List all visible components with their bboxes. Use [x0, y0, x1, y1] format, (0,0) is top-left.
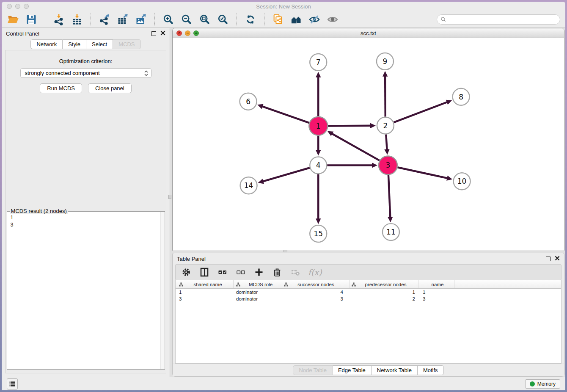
open-session-icon[interactable]: [7, 13, 19, 26]
graph-node-label: 2: [383, 121, 388, 130]
graph-node-15[interactable]: 15: [310, 225, 327, 242]
cell-shared-name[interactable]: 1: [176, 290, 234, 295]
memory-button-label: Memory: [537, 381, 556, 387]
graph-node-14[interactable]: 14: [240, 177, 257, 194]
graph-edge-3-10[interactable]: [397, 167, 452, 180]
graph-node-10[interactable]: 10: [454, 173, 471, 190]
close-panel-button[interactable]: Close panel: [88, 83, 132, 93]
cell-mcds-role[interactable]: dominator: [234, 296, 282, 301]
close-panel-icon[interactable]: [160, 30, 165, 37]
column-header-mcds-role[interactable]: MCDS role: [234, 280, 282, 288]
graph-node-11[interactable]: 11: [383, 224, 399, 240]
show-columns-icon[interactable]: [199, 267, 210, 278]
tab-mcds[interactable]: MCDS: [113, 39, 140, 49]
graph-edge-1-7[interactable]: [316, 72, 321, 116]
graph-node-7[interactable]: 7: [310, 54, 327, 71]
table-row[interactable]: 3 dominator 3 2 3: [176, 295, 561, 302]
graph-edge-1-6[interactable]: [257, 104, 309, 123]
cell-predecessor-nodes[interactable]: 2: [350, 296, 418, 301]
graph-node-8[interactable]: 8: [453, 88, 470, 105]
search-input[interactable]: [448, 17, 556, 22]
refresh-icon[interactable]: [244, 13, 257, 26]
criterion-select[interactable]: strongly connected component: [20, 68, 151, 78]
splitter-handle[interactable]: [284, 250, 287, 252]
graph-edge-2-8[interactable]: [394, 100, 452, 122]
hide-selected-icon[interactable]: [308, 13, 321, 26]
export-network-icon[interactable]: [98, 13, 111, 26]
graph-node-6[interactable]: 6: [240, 93, 257, 110]
float-panel-icon[interactable]: [151, 31, 156, 36]
cell-successor-nodes[interactable]: 3: [282, 296, 350, 301]
select-all-rows-icon[interactable]: [217, 267, 228, 278]
cell-shared-name[interactable]: 3: [176, 296, 234, 301]
tab-network-table[interactable]: Network Table: [372, 365, 418, 375]
task-history-button[interactable]: [7, 378, 18, 389]
function-builder-icon-disabled: f(x): [308, 268, 322, 277]
cell-predecessor-nodes[interactable]: 1: [350, 290, 418, 295]
cell-name[interactable]: 1: [418, 290, 454, 295]
column-header-shared-name[interactable]: shared name: [176, 280, 234, 288]
zoom-in-icon[interactable]: [162, 13, 175, 26]
export-table-icon[interactable]: [116, 13, 129, 26]
tab-style[interactable]: Style: [63, 39, 86, 49]
graph-node-2[interactable]: 2: [377, 117, 394, 134]
search-field[interactable]: [437, 14, 560, 25]
export-image-icon[interactable]: [135, 13, 147, 26]
zoom-fit-icon[interactable]: [198, 13, 211, 26]
show-all-icon[interactable]: [326, 13, 339, 26]
result-scrollbar[interactable]: [160, 212, 164, 369]
graph-edge-1-2[interactable]: [328, 123, 376, 128]
graph-node-label: 8: [459, 93, 463, 101]
add-column-icon[interactable]: [253, 267, 264, 278]
graph-edge-4-3[interactable]: [327, 163, 377, 168]
float-table-panel-icon[interactable]: [546, 257, 550, 261]
delete-column-trash-icon[interactable]: [272, 267, 283, 278]
tab-node-table[interactable]: Node Table: [293, 365, 333, 375]
graph-edge-4-14[interactable]: [258, 168, 310, 184]
graph-node-9[interactable]: 9: [377, 53, 394, 70]
network-window-title: scc.txt: [173, 30, 564, 36]
table-row[interactable]: 1 dominator 4 1 1: [176, 289, 561, 295]
zoom-out-icon[interactable]: [180, 13, 193, 26]
network-window-titlebar[interactable]: scc.txt: [173, 28, 564, 38]
graph-edge-1-4[interactable]: [316, 136, 321, 156]
network-graph[interactable]: 1234678910111415: [173, 38, 564, 251]
graph-edge-4-15[interactable]: [316, 174, 321, 224]
mcds-panel: Optimization criterion: strongly connect…: [5, 50, 166, 373]
first-neighbors-icon[interactable]: [272, 13, 284, 26]
splitter-handle[interactable]: [168, 195, 171, 199]
graph-edge-2-3[interactable]: [384, 135, 389, 155]
graph-node-4[interactable]: 4: [310, 157, 327, 174]
network-canvas[interactable]: 1234678910111415: [173, 38, 564, 251]
column-header-successor-nodes[interactable]: successor nodes: [282, 280, 350, 288]
graph-edge-2-9[interactable]: [383, 71, 388, 117]
tab-motifs[interactable]: Motifs: [418, 365, 444, 375]
import-network-icon[interactable]: [52, 13, 65, 26]
tab-select[interactable]: Select: [86, 39, 113, 49]
toolbar-separator: [154, 13, 155, 26]
run-mcds-button[interactable]: Run MCDS: [40, 83, 82, 93]
tab-network[interactable]: Network: [30, 39, 63, 49]
graph-node-label: 9: [383, 57, 388, 66]
memory-button[interactable]: Memory: [525, 379, 560, 389]
graph-edge-3-1[interactable]: [328, 131, 380, 160]
import-table-icon[interactable]: [71, 13, 83, 26]
zoom-selected-icon[interactable]: [217, 13, 229, 26]
column-type-icon: [236, 282, 240, 287]
nested-networks-icon[interactable]: [290, 13, 303, 26]
graph-edge-3-11[interactable]: [388, 175, 393, 222]
column-header-name[interactable]: name: [418, 280, 454, 288]
cell-name[interactable]: 3: [418, 296, 454, 301]
save-session-icon[interactable]: [25, 13, 38, 26]
cell-mcds-role[interactable]: dominator: [234, 290, 282, 295]
mcds-result-text[interactable]: 1 3: [7, 212, 165, 229]
table-settings-gear-icon[interactable]: [181, 267, 192, 278]
delete-table-icon-disabled: [290, 267, 301, 278]
cell-successor-nodes[interactable]: 4: [282, 290, 350, 295]
graph-node-1[interactable]: 1: [309, 117, 328, 135]
graph-node-3[interactable]: 3: [379, 156, 397, 174]
tab-edge-table[interactable]: Edge Table: [333, 365, 372, 375]
deselect-all-rows-icon[interactable]: [235, 267, 246, 278]
close-table-panel-icon[interactable]: [555, 256, 560, 262]
column-header-predecessor-nodes[interactable]: predecessor nodes: [350, 280, 418, 288]
